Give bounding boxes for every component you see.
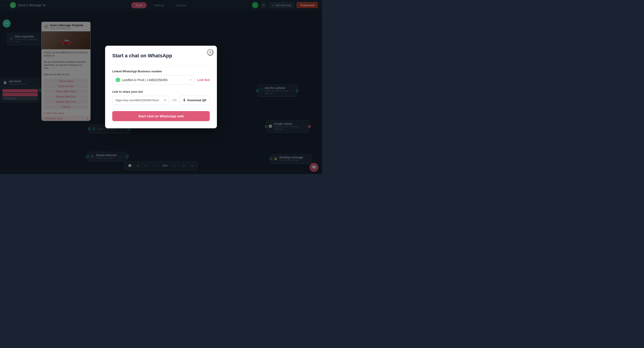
modal-overlay: × Start a chat on WhatsApp Linked WhatsA… bbox=[0, 0, 322, 174]
linked-number-label: Linked WhatsApp Business number bbox=[112, 70, 210, 73]
select-whatsapp-icon bbox=[116, 78, 120, 82]
copy-link-icon[interactable]: ⧉ bbox=[164, 98, 166, 102]
link-input[interactable]: https://wa.me/34602250456?text= ⧉ bbox=[112, 96, 170, 105]
link-row: https://wa.me/34602250456?text= ⧉ OR ⬇ D… bbox=[112, 96, 210, 105]
linked-number-row: Landbot.io Prod | +34602250456 ▾ Link Bo… bbox=[112, 75, 210, 85]
modal-title: Start a chat on WhatsApp bbox=[112, 53, 210, 59]
select-chevron-icon: ▾ bbox=[190, 78, 191, 82]
start-chat-modal: × Start a chat on WhatsApp Linked WhatsA… bbox=[105, 46, 217, 128]
modal-close-button[interactable]: × bbox=[207, 49, 213, 56]
link-share-section: Link to share your bot https://wa.me/346… bbox=[112, 90, 210, 105]
link-bot-button[interactable]: Link Bot bbox=[197, 78, 210, 82]
download-qr-button[interactable]: ⬇ Download QR bbox=[179, 96, 210, 105]
link-url-text: https://wa.me/34602250456?text= bbox=[116, 99, 162, 102]
download-qr-label: Download QR bbox=[188, 99, 206, 102]
selected-number-text: Landbot.io Prod | +34602250456 bbox=[122, 78, 188, 82]
linked-number-select[interactable]: Landbot.io Prod | +34602250456 ▾ bbox=[112, 75, 194, 85]
download-icon: ⬇ bbox=[183, 98, 186, 102]
start-chat-whatsapp-button[interactable]: Start chat on WhatsApp web bbox=[112, 111, 210, 121]
link-share-label: Link to share your bot bbox=[112, 90, 210, 93]
or-separator: OR bbox=[172, 99, 177, 102]
modal-divider bbox=[105, 64, 217, 64]
